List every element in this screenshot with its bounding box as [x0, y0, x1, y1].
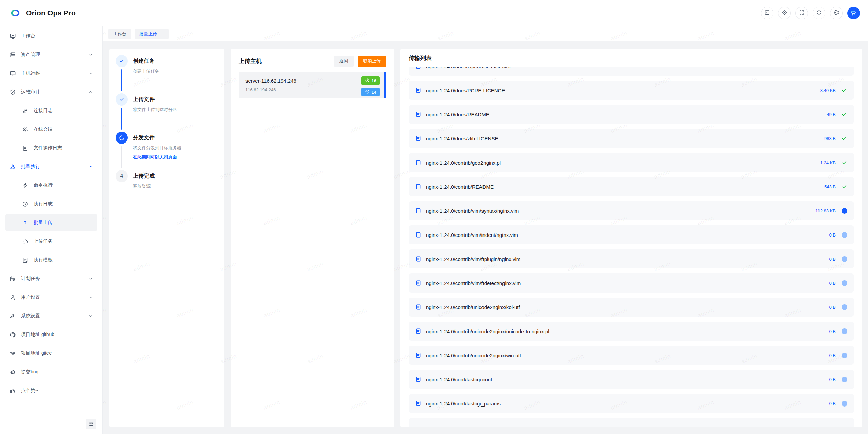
file-icon — [415, 328, 421, 334]
sidebar-item-label: 执行模板 — [34, 257, 53, 263]
history-icon — [22, 201, 28, 207]
github-icon — [9, 332, 16, 338]
chevron-up-icon — [88, 164, 93, 169]
sidebar-item[interactable]: 资产管理 — [5, 46, 97, 63]
sidebar-item-label: 运维审计 — [21, 89, 40, 95]
status-uploading-icon — [841, 208, 847, 214]
fullscreen-icon — [799, 10, 805, 16]
close-icon[interactable] — [160, 32, 164, 36]
sidebar-item-label: 上传任务 — [34, 238, 53, 244]
host-name: server-116.62.194.246 — [245, 78, 352, 84]
sidebar-item-label: 命令执行 — [34, 182, 53, 188]
cluster-icon — [9, 164, 16, 170]
host-ip: 116.62.194.246 — [245, 87, 352, 92]
transfer-file-list[interactable]: nginx-1.24.0/docs/OpenSSL.LICENSEnginx-1… — [409, 67, 854, 427]
file-name: nginx-1.24.0/conf/fastcgi_params — [426, 401, 501, 407]
sidebar-item[interactable]: 执行模板 — [5, 251, 97, 269]
code-square-button[interactable] — [761, 7, 773, 19]
chevron-down-icon — [88, 314, 93, 318]
sidebar-item-label: 计划任务 — [21, 276, 40, 282]
sidebar-item-label: 批量执行 — [21, 164, 40, 170]
top-header: Orion Ops Pro 管 — [0, 0, 868, 26]
sidebar-item[interactable]: 命令执行 — [5, 176, 97, 194]
fullscreen-button[interactable] — [795, 7, 808, 19]
step-item: 4上传完成释放资源 — [116, 170, 218, 190]
sidebar-item[interactable]: 运维审计 — [5, 83, 97, 101]
sidebar-item-label: 提交bug — [21, 369, 38, 375]
upload-host-panel: 上传主机 返回 取消上传 server-116.62.194.246 116.6… — [231, 49, 394, 427]
collapse-sidebar-button[interactable] — [86, 419, 96, 429]
step-desc: 将文件分发到目标服务器 — [133, 145, 181, 151]
app-title: Orion Ops Pro — [26, 9, 76, 17]
done-count-badge: 14 — [361, 88, 380, 96]
sidebar-item[interactable]: 文件操作日志 — [5, 139, 97, 157]
host-badges: 16 14 — [361, 76, 380, 96]
file-size: 49 B — [827, 112, 836, 117]
file-icon — [415, 400, 421, 407]
file-size: 1.24 KB — [820, 160, 836, 165]
step-item: 上传文件将文件上传到临时分区 — [116, 93, 218, 132]
like-icon — [9, 388, 16, 394]
file-row: nginx-1.24.0/contrib/geo2nginx.pl1.24 KB — [409, 153, 854, 172]
file-row: nginx-1.24.0/contrib/vim/indent/nginx.vi… — [409, 225, 854, 244]
status-success-icon — [841, 111, 847, 117]
step-done-icon — [116, 55, 128, 67]
sidebar-item[interactable]: 上传任务 — [5, 232, 97, 250]
sidebar-item[interactable]: 连接日志 — [5, 102, 97, 119]
user-avatar[interactable]: 管 — [847, 7, 860, 19]
file-size: 0 B — [829, 305, 836, 310]
step-note: 在此期间可以关闭页面 — [133, 154, 181, 161]
sidebar-item[interactable]: 项目地址 github — [5, 326, 97, 343]
brightness-button[interactable] — [778, 7, 791, 19]
refresh-button[interactable] — [813, 7, 825, 19]
file-size: 0 B — [829, 329, 836, 334]
sidebar-item[interactable]: 提交bug — [5, 363, 97, 381]
settings-button[interactable] — [830, 7, 843, 19]
sidebar-item[interactable]: 点个赞~ — [5, 382, 97, 399]
settings-icon — [833, 10, 839, 16]
pending-count: 16 — [372, 78, 376, 83]
sidebar-item[interactable]: 主机运维 — [5, 64, 97, 82]
file-size: 0 B — [829, 401, 836, 406]
sidebar-item-label: 点个赞~ — [21, 388, 38, 394]
cancel-upload-button[interactable]: 取消上传 — [358, 56, 386, 67]
file-name: nginx-1.24.0/docs/OpenSSL.LICENSE — [426, 67, 513, 69]
sidebar-item[interactable]: 用户设置 — [5, 288, 97, 306]
file-name: nginx-1.24.0/docs/PCRE.LICENCE — [426, 88, 505, 93]
sidebar-item[interactable]: 批量执行 — [5, 158, 97, 175]
sidebar-item[interactable]: 计划任务 — [5, 270, 97, 287]
sidebar-item[interactable]: 工作台 — [5, 27, 97, 45]
step-connector — [121, 146, 122, 168]
sidebar-item-label: 在线会话 — [34, 126, 53, 132]
step-title: 分发文件 — [133, 132, 181, 144]
tab-1[interactable]: 工作台 — [108, 29, 131, 39]
sidebar-item[interactable]: 批量上传 — [5, 214, 97, 231]
step-number: 4 — [116, 170, 128, 182]
sidebar-item[interactable]: 系统设置 — [5, 307, 97, 325]
bug-icon — [9, 369, 16, 375]
upload-steps: 创建任务创建上传任务上传文件将文件上传到临时分区分发文件将文件分发到目标服务器在… — [116, 55, 218, 190]
file-size: 112.83 KB — [815, 208, 836, 213]
file-size: 0 B — [829, 353, 836, 358]
sidebar-item-label: 主机运维 — [21, 70, 40, 76]
step-title: 上传文件 — [133, 93, 177, 106]
step-desc: 释放资源 — [133, 183, 155, 190]
upload-host-header: 上传主机 返回 取消上传 — [239, 56, 386, 67]
transfer-panel: 传输列表 nginx-1.24.0/docs/OpenSSL.LICENSEng… — [400, 49, 862, 427]
file-name: nginx-1.24.0/contrib/geo2nginx.pl — [426, 160, 501, 166]
file-name: nginx-1.24.0/contrib/unicode2nginx/unico… — [426, 328, 549, 334]
sidebar-item[interactable]: 在线会话 — [5, 120, 97, 138]
back-button[interactable]: 返回 — [334, 56, 354, 67]
status-pending-icon — [841, 280, 847, 286]
tab-2[interactable]: 批量上传 — [135, 29, 169, 39]
file-size: 543 B — [824, 184, 836, 189]
sidebar-item[interactable]: 执行日志 — [5, 195, 97, 213]
chevron-up-icon — [88, 90, 93, 94]
host-card[interactable]: server-116.62.194.246 116.62.194.246 16 … — [239, 72, 386, 98]
file-name: nginx-1.24.0/docs/README — [426, 112, 489, 117]
sidebar-item[interactable]: 项目地址 gitee — [5, 344, 97, 362]
transfer-title: 传输列表 — [409, 54, 854, 62]
step-connector — [121, 69, 122, 91]
file-icon — [415, 184, 421, 190]
wrench-icon — [9, 313, 16, 319]
